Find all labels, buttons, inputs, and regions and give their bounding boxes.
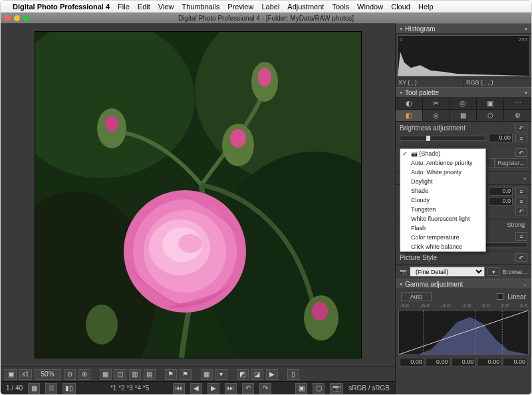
tab-more-icon[interactable]: ⋯ (504, 98, 531, 109)
wb-option-shade-current[interactable]: (Shade) (400, 149, 485, 158)
nav-next-button[interactable]: ▶ (207, 383, 219, 394)
layout1-button[interactable]: ▥ (129, 369, 141, 380)
reset-c[interactable]: ↶ (515, 207, 527, 215)
tab-sharp-icon[interactable]: ⬡ (477, 110, 504, 121)
zoom-level[interactable]: 50% (35, 369, 61, 380)
gamma-header[interactable]: Gamma adjustment⌄ (396, 279, 531, 289)
menu-view[interactable]: View (158, 3, 174, 11)
picture-style-row: 📷 (Fine Detail) ▾ Browse... (396, 265, 531, 279)
clip2-button[interactable]: ◪ (251, 369, 263, 380)
clip1-button[interactable]: ◩ (237, 369, 249, 380)
histogram-header[interactable]: Histogram▾ (396, 23, 531, 34)
tab-lens-icon[interactable]: ◎ (450, 98, 477, 109)
wb-option-daylight[interactable]: Daylight (400, 177, 485, 186)
brightness-stepper[interactable]: ≡ (515, 134, 527, 142)
picture-style-browse[interactable]: Browse... (502, 269, 527, 275)
wb-option-cloudy[interactable]: Cloudy (400, 196, 485, 205)
wb-option-click[interactable]: Click white balance (400, 242, 485, 251)
tab-dust-icon[interactable]: ▣ (477, 98, 504, 109)
svg-point-10 (230, 129, 246, 148)
mac-menubar: Digital Photo Professional 4 File Edit V… (1, 1, 531, 13)
pin1-button[interactable]: ⚑ (165, 369, 177, 380)
menu-help[interactable]: Help (418, 3, 434, 11)
nav-first-button[interactable]: ⏮ (173, 383, 185, 394)
rgb-coords: RGB ( , , ) (464, 78, 531, 87)
gamma-val-2[interactable]: 0.00 (452, 358, 476, 366)
clarity-stepper[interactable]: ≡ (515, 232, 527, 241)
wb-option-auto-ambience[interactable]: Auto: Ambience priority (400, 158, 485, 168)
stepper-b[interactable]: ≡ (515, 197, 527, 205)
menu-tools[interactable]: Tools (332, 3, 349, 11)
thumb-view-button[interactable]: ▦ (201, 369, 213, 380)
menu-thumbnails[interactable]: Thumbnails (182, 3, 219, 11)
menu-preview[interactable]: Preview (227, 3, 253, 11)
wb-option-shade[interactable]: Shade (400, 186, 485, 196)
tab-basic-icon[interactable]: ◐ (396, 98, 423, 109)
strength-strong: Strong (507, 221, 525, 228)
menu-label[interactable]: Label (261, 3, 279, 11)
expand-icon[interactable]: ⌄ (522, 174, 527, 181)
split-button[interactable]: ◫ (114, 369, 126, 380)
wb-option-flash[interactable]: Flash (400, 223, 485, 233)
gamma-plot[interactable] (398, 310, 529, 355)
gamma-section: Auto Linear -8.0 -6.0 -4.0 -2.0 0.0 2.0 … (397, 291, 530, 368)
zoom-out-button[interactable]: ⊖ (64, 369, 76, 380)
star-rating-row[interactable]: *1 *2 *3 *4 *5 (110, 384, 149, 392)
toolpalette-header[interactable]: Tool palette▾ (396, 87, 531, 98)
fit-button[interactable]: ▣ (5, 369, 17, 380)
gamma-linear-checkbox[interactable] (497, 293, 503, 300)
wb-register[interactable]: Register... (495, 158, 527, 168)
image-counter: 1 / 40 (6, 384, 23, 392)
image-canvas[interactable] (1, 23, 395, 366)
menu-window[interactable]: Window (357, 3, 383, 11)
wb-option-auto-white[interactable]: Auto: White priority (400, 168, 485, 177)
grid-button[interactable]: ▦ (100, 369, 112, 380)
menu-edit[interactable]: Edit (138, 3, 150, 11)
tab-adjust-icon[interactable]: ◧ (396, 110, 423, 121)
zoom-in-button[interactable]: ⊕ (78, 369, 90, 380)
tab-settings-icon[interactable]: ⚙ (504, 110, 531, 121)
picture-style-select[interactable]: (Fine Detail) (410, 267, 485, 277)
brightness-value[interactable]: 0.00 (489, 134, 513, 142)
tab-crop-icon[interactable]: ✂ (423, 98, 450, 109)
play-button[interactable]: ▶ (266, 369, 278, 380)
menu-file[interactable]: File (118, 3, 130, 11)
picture-style-dropdown[interactable]: ▾ (487, 267, 499, 276)
brightness-reset-button[interactable]: ↶ (515, 124, 527, 132)
gamma-auto-button[interactable]: Auto (401, 292, 432, 301)
value-box-a[interactable]: 0.0 (489, 187, 513, 196)
preview-image[interactable] (35, 32, 361, 358)
screen2-button[interactable]: ▢ (313, 383, 325, 394)
nav-last-button[interactable]: ⏭ (225, 383, 237, 394)
rotate-ccw-button[interactable]: ↶ (242, 383, 254, 394)
wb-option-tungsten[interactable]: Tungsten (400, 205, 485, 214)
value-box-b[interactable]: 0.0 (489, 197, 513, 205)
nav-prev-button[interactable]: ◀ (190, 383, 202, 394)
wb-option-fluorescent[interactable]: White fluorescent light (400, 214, 485, 223)
view-mode-list[interactable]: ☰ (45, 383, 57, 394)
thumb-opts-button[interactable]: ▾ (215, 369, 227, 380)
menu-adjustment[interactable]: Adjustment (287, 3, 324, 11)
tab-detail-icon[interactable]: ◎ (423, 110, 450, 121)
gamma-val-3[interactable]: 0.00 (477, 358, 501, 366)
gamma-val-1[interactable]: 0.00 (426, 358, 450, 366)
view-mode-grid[interactable]: ▦ (28, 383, 40, 394)
info-button[interactable]: ▯ (287, 369, 299, 380)
stepper-a[interactable]: ≡ (515, 187, 527, 196)
zoom-1x-button[interactable]: x1 (19, 369, 32, 380)
wb-option-color-temp[interactable]: Color temperature (400, 233, 485, 242)
brightness-slider[interactable] (400, 136, 486, 141)
pin2-button[interactable]: ⚑ (180, 369, 192, 380)
screen1-button[interactable]: ▣ (295, 383, 307, 394)
menu-cloud[interactable]: Cloud (391, 3, 410, 11)
layout2-button[interactable]: ▤ (144, 369, 156, 380)
view-mode-single[interactable]: ▮▯ (63, 383, 76, 394)
rotate-cw-button[interactable]: ↷ (259, 383, 271, 394)
camera-button[interactable]: 📷 (330, 383, 343, 394)
app-name[interactable]: Digital Photo Professional 4 (13, 3, 110, 11)
gamma-val-0[interactable]: 0.00 (400, 358, 424, 366)
tab-color-icon[interactable]: ▦ (450, 110, 477, 121)
picture-style-reset[interactable]: ↶ (515, 253, 527, 262)
wb-reset-button[interactable]: ↶ (515, 148, 527, 157)
gamma-val-4[interactable]: 0.00 (503, 358, 527, 366)
